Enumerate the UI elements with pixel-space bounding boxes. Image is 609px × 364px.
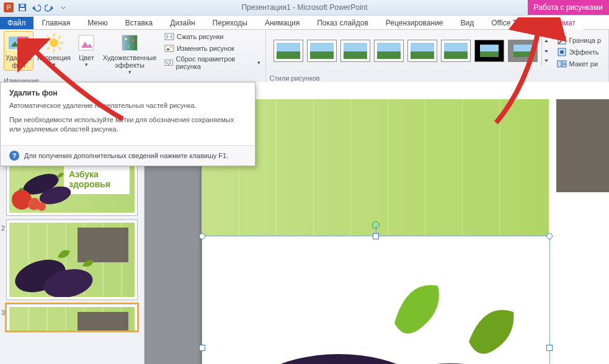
svg-point-24 xyxy=(170,47,172,48)
slide-thumb-3[interactable] xyxy=(6,304,138,331)
change-picture-button[interactable]: Изменить рисунок xyxy=(163,43,236,54)
redo-icon[interactable] xyxy=(43,1,56,14)
window-title: Презентация1 - Microsoft PowerPoint xyxy=(241,3,367,12)
annotation-arrow-right xyxy=(471,17,595,129)
tooltip-help: Для получения дополнительных сведений на… xyxy=(24,152,228,159)
style-thumb-6[interactable] xyxy=(441,40,471,62)
change-label: Изменить рисунок xyxy=(177,45,234,52)
svg-rect-22 xyxy=(165,33,174,40)
veggie-art-1 xyxy=(9,166,81,213)
change-picture-icon xyxy=(164,43,174,53)
slide-number-2: 2 xyxy=(1,224,5,232)
tab-animation[interactable]: Анимация xyxy=(256,17,308,29)
svg-point-36 xyxy=(37,202,46,211)
annotation-arrow-left xyxy=(17,38,141,125)
tab-slideshow[interactable]: Показ слайдов xyxy=(308,17,377,29)
tab-insert[interactable]: Вставка xyxy=(117,17,162,29)
quick-access-toolbar: P xyxy=(0,1,69,14)
tab-transitions[interactable]: Переходы xyxy=(204,17,256,29)
reset-label: Сброс параметров рисунка xyxy=(176,55,254,70)
eggplant-image xyxy=(202,236,549,364)
style-thumb-1[interactable] xyxy=(273,40,303,62)
style-thumb-3[interactable] xyxy=(340,40,370,62)
tab-file[interactable]: Файл xyxy=(0,17,33,29)
veggie-art-2 xyxy=(9,239,102,297)
tab-review[interactable]: Рецензирование xyxy=(377,17,452,29)
help-icon: ? xyxy=(9,151,19,161)
slide-number-3: 3 xyxy=(1,309,5,316)
powerpoint-icon[interactable]: P xyxy=(2,1,15,14)
save-icon[interactable] xyxy=(16,1,29,14)
undo-icon[interactable] xyxy=(30,1,42,14)
reset-icon xyxy=(164,58,173,68)
reset-picture-button[interactable]: Сброс параметров рисунка ▾ xyxy=(163,55,262,71)
style-thumb-5[interactable] xyxy=(407,40,437,62)
selected-picture[interactable] xyxy=(202,236,550,364)
svg-rect-3 xyxy=(20,8,25,11)
svg-rect-4 xyxy=(20,4,24,7)
slide-thumb-1[interactable]: Азбуказдоровья xyxy=(6,160,138,216)
tab-home[interactable]: Главная xyxy=(33,17,79,29)
tab-design[interactable]: Дизайн xyxy=(161,17,203,29)
style-thumb-4[interactable] xyxy=(374,40,404,62)
svg-rect-23 xyxy=(165,45,174,51)
compress-icon xyxy=(164,32,174,42)
contextual-tab-label: Работа с рисунками xyxy=(528,0,609,15)
style-thumb-2[interactable] xyxy=(307,40,337,62)
compress-label: Сжать рисунки xyxy=(177,33,224,40)
title-bar: P Презентация1 - Microsoft PowerPoint Ра… xyxy=(0,0,609,16)
tab-menu[interactable]: Меню xyxy=(79,17,116,29)
slide-thumb-2[interactable] xyxy=(6,220,138,300)
compress-pictures-button[interactable]: Сжать рисунки xyxy=(163,31,225,42)
svg-text:P: P xyxy=(7,4,11,11)
qat-more-icon[interactable] xyxy=(57,1,69,14)
